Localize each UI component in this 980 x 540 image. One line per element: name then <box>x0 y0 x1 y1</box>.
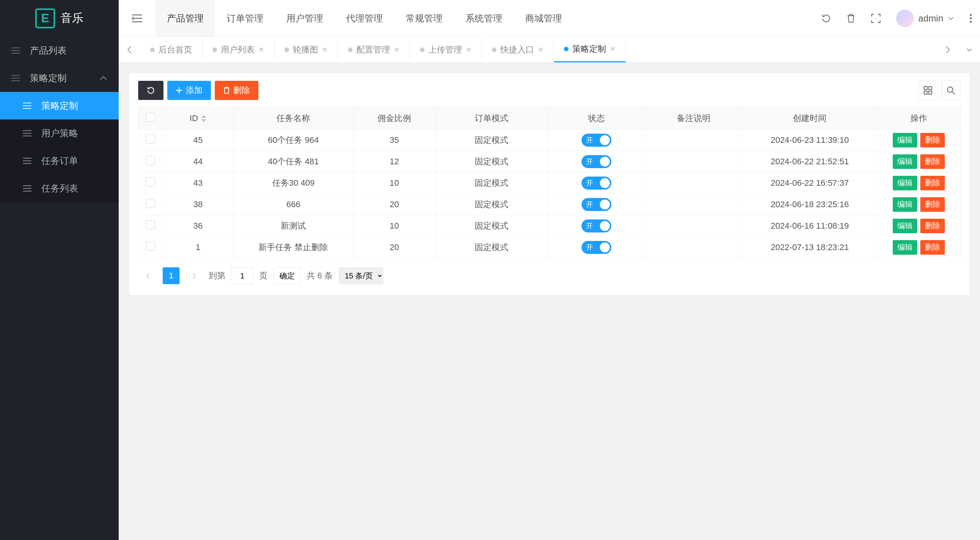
close-icon[interactable]: ✕ <box>538 46 544 54</box>
table-row: 1新手任务 禁止删除20固定模式开2022-07-13 18:23:21编辑删除 <box>139 237 960 258</box>
row-checkbox[interactable] <box>146 199 155 208</box>
cell-rate: 20 <box>353 194 436 215</box>
row-checkbox[interactable] <box>146 242 155 251</box>
page-number[interactable]: 1 <box>163 267 180 284</box>
status-switch[interactable]: 开 <box>581 198 611 211</box>
sidebar-collapse-button[interactable] <box>119 0 155 36</box>
row-edit-button[interactable]: 编辑 <box>893 176 917 190</box>
page-next[interactable] <box>186 267 203 284</box>
sidebar-sub-task-list[interactable]: 任务列表 <box>0 175 119 202</box>
row-edit-button[interactable]: 编辑 <box>893 219 917 233</box>
row-delete-button[interactable]: 删除 <box>920 133 945 147</box>
row-delete-button[interactable]: 删除 <box>920 176 945 190</box>
svg-rect-28 <box>924 91 927 94</box>
topnav-shop[interactable]: 商城管理 <box>514 0 573 36</box>
tabs-scroll-left[interactable] <box>119 37 140 62</box>
pager-to-label: 到第 <box>209 270 225 281</box>
cell-mode: 固定模式 <box>435 151 547 172</box>
row-delete-button[interactable]: 删除 <box>920 197 945 212</box>
status-switch[interactable]: 开 <box>581 177 611 190</box>
more-icon[interactable] <box>969 13 972 23</box>
row-checkbox[interactable] <box>146 156 155 165</box>
close-icon[interactable]: ✕ <box>394 46 400 54</box>
cell-id: 36 <box>162 215 234 237</box>
page-prev[interactable] <box>140 267 157 284</box>
row-edit-button[interactable]: 编辑 <box>893 197 917 212</box>
fullscreen-icon[interactable] <box>871 13 881 23</box>
refresh-icon[interactable] <box>821 13 831 23</box>
tab-item[interactable]: 策略定制✕ <box>554 37 626 62</box>
add-button[interactable]: 添加 <box>167 81 211 100</box>
tab-dot-icon <box>492 47 497 52</box>
tab-item[interactable]: 后台首页 <box>140 37 203 62</box>
tab-dot-icon <box>564 47 568 51</box>
row-delete-button[interactable]: 删除 <box>920 154 945 169</box>
tab-item[interactable]: 用户列表✕ <box>203 37 274 62</box>
close-icon[interactable]: ✕ <box>466 46 472 54</box>
status-switch[interactable]: 开 <box>581 219 611 232</box>
cell-created: 2022-07-13 18:23:21 <box>742 237 877 258</box>
page-size-select[interactable]: 15 条/页 <box>339 267 383 284</box>
tabs-menu[interactable] <box>959 37 980 62</box>
status-switch[interactable]: 开 <box>581 155 611 168</box>
page-go-button[interactable]: 确定 <box>274 267 301 284</box>
user-menu[interactable]: admin <box>896 10 954 27</box>
topnav-agent[interactable]: 代理管理 <box>335 0 394 36</box>
trash-icon[interactable] <box>846 13 856 23</box>
topnav-order[interactable]: 订单管理 <box>215 0 275 36</box>
page-input[interactable] <box>232 267 253 284</box>
chevron-down-icon <box>948 16 954 20</box>
cell-id: 43 <box>162 172 234 194</box>
sidebar-item-label: 产品列表 <box>30 44 67 57</box>
row-edit-button[interactable]: 编辑 <box>893 240 917 255</box>
tab-item[interactable]: 配置管理✕ <box>338 37 410 62</box>
topnav-product[interactable]: 产品管理 <box>155 0 215 36</box>
cell-mode: 固定模式 <box>435 194 547 215</box>
tab-item[interactable]: 快捷入口✕ <box>482 37 554 62</box>
sidebar-sub-strategy-custom[interactable]: 策略定制 <box>0 92 119 119</box>
app-logo[interactable]: E 音乐 <box>0 0 119 37</box>
close-icon[interactable]: ✕ <box>258 46 264 54</box>
refresh-button[interactable] <box>138 81 163 100</box>
sidebar-item-label: 策略定制 <box>30 72 67 84</box>
cell-name: 新手任务 禁止删除 <box>234 237 353 258</box>
sidebar-item-products[interactable]: 产品列表 <box>0 37 119 64</box>
cell-remark <box>645 237 742 258</box>
row-checkbox[interactable] <box>146 177 155 187</box>
sidebar-item-strategy[interactable]: 策略定制 <box>0 64 119 92</box>
sidebar-sub-task-orders[interactable]: 任务订单 <box>0 147 119 175</box>
topnav-system[interactable]: 系统管理 <box>454 0 514 36</box>
row-delete-button[interactable]: 删除 <box>920 219 945 233</box>
table-row: 4560个任务 96435固定模式开2024-06-23 11:39:10编辑删… <box>139 129 960 151</box>
sidebar-sub-user-strategy[interactable]: 用户策略 <box>0 119 119 147</box>
tabs-scroll-right[interactable] <box>937 37 959 62</box>
topnav-general[interactable]: 常规管理 <box>394 0 454 36</box>
status-switch[interactable]: 开 <box>581 241 611 254</box>
col-id[interactable]: ID <box>162 107 234 129</box>
row-edit-button[interactable]: 编辑 <box>893 133 917 147</box>
tab-dot-icon <box>212 47 217 52</box>
row-checkbox[interactable] <box>146 134 155 144</box>
pagination: 1 到第 页 确定 共 6 条 15 条/页 <box>138 264 960 287</box>
row-delete-button[interactable]: 删除 <box>920 240 945 255</box>
cell-name: 新测试 <box>234 215 353 237</box>
content-area: 添加 删除 ID 任务名称 佣金比例 <box>119 63 980 540</box>
app-logo-mark: E <box>35 8 55 28</box>
cell-name: 666 <box>234 194 353 215</box>
cell-created: 2024-06-23 11:39:10 <box>742 129 877 151</box>
row-edit-button[interactable]: 编辑 <box>893 154 917 169</box>
cell-mode: 固定模式 <box>435 237 547 258</box>
tab-item[interactable]: 上传管理✕ <box>410 37 482 62</box>
columns-button[interactable] <box>918 81 938 100</box>
search-button[interactable] <box>941 81 960 100</box>
row-checkbox[interactable] <box>146 220 155 229</box>
close-icon[interactable]: ✕ <box>610 45 616 53</box>
status-switch[interactable]: 开 <box>581 134 611 147</box>
tab-item[interactable]: 轮播图✕ <box>274 37 338 62</box>
close-icon[interactable]: ✕ <box>322 46 328 54</box>
sidebar-sub-label: 任务列表 <box>41 182 78 195</box>
delete-button[interactable]: 删除 <box>215 81 258 100</box>
topnav-user[interactable]: 用户管理 <box>275 0 335 36</box>
checkbox-all[interactable] <box>146 113 155 122</box>
cell-remark <box>645 215 742 237</box>
